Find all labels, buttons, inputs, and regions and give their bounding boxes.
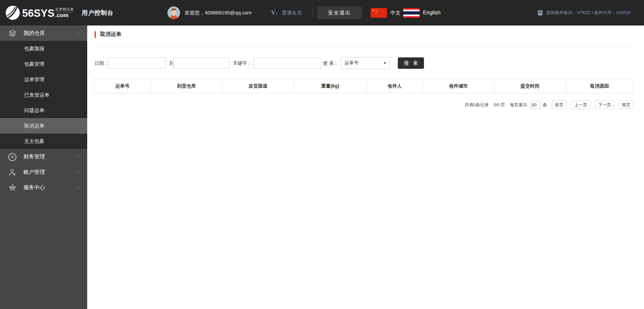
sidebar-item-label: 问题运单: [24, 107, 44, 114]
layers-icon: [8, 29, 17, 38]
col-recipient: 收件人: [367, 79, 423, 93]
avatar-icon: [167, 6, 180, 19]
filter-row: 日期： 到 关键字： 搜 索： 运单号 ▼ 搜 索: [87, 57, 644, 69]
col-submit-time: 提交时间: [494, 79, 566, 93]
sidebar-item-label: 财务管理: [23, 153, 45, 160]
date-from-input[interactable]: [108, 57, 166, 69]
package-icon: [537, 10, 543, 16]
sidebar-item-account[interactable]: 账户管理: [0, 164, 87, 180]
select-caret-icon: ▼: [383, 61, 386, 65]
sidebar-item-finance[interactable]: ¥ 财务管理: [0, 149, 87, 164]
search-type-select[interactable]: 运单号 ▼: [341, 57, 390, 69]
date-label: 日期：: [95, 57, 109, 69]
user-icon: [8, 168, 17, 177]
table-header-row: 运单号 到货仓库 发货渠道 重量(kg) 收件人 收件城市 提交时间 取消原因: [94, 79, 634, 93]
col-shipping-channel: 发货渠道: [222, 79, 294, 93]
china-flag-icon[interactable]: [371, 8, 387, 18]
per-page-unit: 条: [543, 102, 547, 108]
logo[interactable]: 56SYS 全景物流通 .com: [5, 5, 74, 20]
pagination: 共有0条记录 0/0 页 每页展示 条 首页 上一页 下一页 尾页: [465, 101, 634, 109]
sidebar-item-shipped-waybills[interactable]: 已发货运单: [0, 87, 87, 103]
col-recipient-city: 收件城市: [423, 79, 494, 93]
prev-page-button[interactable]: 上一页: [571, 101, 590, 109]
chevron-right-icon: [77, 169, 80, 175]
warehouse-submenu: 包裹预报 包裹管理 运单管理 已发货运单 问题运单 取消运单 无主包裹: [0, 41, 87, 149]
console-title: 用户控制台: [82, 9, 114, 17]
page-title: 取消运单: [100, 31, 121, 38]
receiver-info: 您的收件标识：VTKZZ / 收件代号：102010: [537, 0, 631, 25]
sidebar-item-unclaimed-packages[interactable]: 无主包裹: [0, 134, 87, 149]
logo-main-text: 56SYS: [22, 8, 55, 18]
col-arrival-warehouse: 到货仓库: [151, 79, 222, 93]
sidebar-item-label: 包裹预报: [24, 46, 44, 52]
logout-button[interactable]: 安全退出: [317, 6, 362, 19]
welcome-text: 欢迎您，409889195@qq.com: [185, 10, 252, 16]
sidebar-item-label: 已发货运单: [24, 92, 49, 98]
per-page-label: 每页展示: [510, 102, 527, 108]
last-page-button[interactable]: 尾页: [619, 101, 634, 109]
sidebar-item-cancelled-waybills[interactable]: 取消运单: [0, 118, 87, 134]
avatar[interactable]: [167, 6, 180, 19]
search-button[interactable]: 搜 索: [398, 57, 424, 69]
header-divider: [313, 8, 313, 17]
record-count-text: 共有0条记录: [465, 102, 489, 108]
language-zh[interactable]: 中文: [390, 10, 400, 16]
chevron-down-icon: [75, 30, 80, 36]
logo-icon: [5, 5, 20, 20]
member-level-icon: V1: [271, 9, 278, 16]
language-en[interactable]: English: [423, 10, 440, 16]
title-divider: [94, 46, 634, 46]
search-type-select-value: 运单号: [344, 60, 359, 66]
col-weight: 重量(kg): [294, 79, 367, 93]
sidebar-item-package-forecast[interactable]: 包裹预报: [0, 41, 87, 56]
sidebar-item-label: 取消运单: [24, 123, 44, 129]
col-cancel-reason: 取消原因: [566, 79, 634, 93]
chevron-right-icon: [77, 154, 80, 160]
date-to-input[interactable]: [173, 57, 229, 69]
per-page-input[interactable]: [530, 101, 540, 109]
keyword-label: 关键字：: [233, 57, 252, 69]
sidebar-item-waybill-management[interactable]: 运单管理: [0, 72, 87, 87]
title-accent-bar: [95, 31, 96, 38]
main-content: 取消运单 日期： 到 关键字： 搜 索： 运单号 ▼ 搜 索 运单号: [87, 25, 644, 309]
sidebar-item-label: 账户管理: [23, 169, 45, 176]
sidebar-item-label: 无主包裹: [24, 138, 44, 145]
waybill-table: 运单号 到货仓库 发货渠道 重量(kg) 收件人 收件城市 提交时间 取消原因: [94, 79, 634, 93]
sidebar-item-service-center[interactable]: 服务中心: [0, 180, 87, 195]
sidebar-item-label: 服务中心: [23, 184, 45, 191]
sidebar-item-label: 运单管理: [24, 76, 44, 83]
thailand-flag-icon[interactable]: [403, 8, 420, 18]
keyword-input[interactable]: [254, 57, 321, 69]
logo-com-text: .com: [55, 12, 74, 19]
sidebar-item-package-management[interactable]: 包裹管理: [0, 56, 87, 72]
sidebar: 我的仓库 包裹预报 包裹管理 运单管理 已发货运单 问题运单 取消运单 无主包裹…: [0, 25, 87, 309]
next-page-button[interactable]: 下一页: [595, 101, 614, 109]
sidebar-item-label: 包裹管理: [24, 61, 44, 67]
sidebar-item-label: 我的仓库: [23, 30, 45, 37]
page-count-text: 0/0 页: [493, 102, 505, 108]
chevron-right-icon: [77, 185, 80, 191]
receiver-info-text: 您的收件标识：VTKZZ / 收件代号：102010: [546, 10, 631, 16]
search-type-label: 搜 索：: [323, 57, 338, 69]
lotus-icon: [8, 183, 17, 192]
app-root: 56SYS 全景物流通 .com 用户控制台 欢迎您，409889195@qq.…: [0, 0, 644, 309]
top-header-bar: 56SYS 全景物流通 .com 用户控制台 欢迎您，409889195@qq.…: [0, 0, 644, 25]
col-waybill-number: 运单号: [94, 79, 151, 93]
yen-icon: ¥: [8, 153, 17, 161]
logo-text: 56SYS 全景物流通 .com: [22, 7, 74, 19]
sidebar-item-problem-waybills[interactable]: 问题运单: [0, 103, 87, 118]
first-page-button[interactable]: 首页: [552, 101, 567, 109]
member-level-label: 普通会员: [282, 10, 302, 16]
sidebar-item-my-warehouse[interactable]: 我的仓库: [0, 25, 87, 41]
logo-tagline: 全景物流通: [55, 7, 74, 12]
